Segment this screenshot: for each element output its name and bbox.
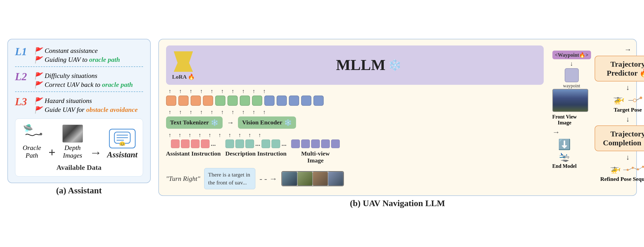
assistant-tokens: ... [171,139,216,148]
vision-encoder-label: Vision Encoder [242,119,282,126]
bv-tok-3 [311,139,320,148]
up-arrow-10: ↑ [263,88,266,95]
target-pose-path-icon [627,95,642,103]
flag-icon-2: 🚩 [34,56,42,64]
all-inputs-row: ... Assistant Instruction ... [166,139,544,164]
l1-text2: Guiding UAV to oracle path [45,56,120,64]
mllm-label-area: MLLM ❄️ [200,56,537,74]
tok-dots-1: ... [211,140,216,148]
up-arrow-b6: ↑ [219,132,221,138]
helipad-icon: 🛬 [559,151,570,162]
mllm-snowflake-icon: ❄️ [388,59,401,71]
token-up-arrows-2: ↑ ↑ ↑ ↑ ↑ ↑ ↑ ↑ ↑ ↑ [166,109,544,115]
l3-row2: 🚩 Guide UAV for obstacle avoidance [34,106,138,114]
examples-row: "Turn Right" There is a target in the fr… [166,168,544,190]
main-container: L1 🚩 Constant assistance 🚩 Guiding UAV t… [7,39,637,208]
teal-tok-5 [271,139,280,148]
pink-tok-4 [201,139,210,148]
teal-tok-4 [261,139,270,148]
traj-predictor-fire: 🔥 [639,69,644,77]
assistant-box: L1 🚩 Constant assistance 🚩 Guiding UAV t… [7,39,151,183]
teal-tok-3 [245,139,254,148]
up-arrow-b4: ↑ [199,132,201,138]
up-arrow-a2: ↑ [179,109,182,115]
lora-area: LoRA 🔥 [172,50,195,80]
up-arrow-3: ↑ [190,88,192,95]
token-orange-1 [166,96,176,106]
l2-highlight: oracle path [102,81,133,88]
front-view-image [552,89,588,112]
up-arrow-2: ↑ [179,88,182,95]
levels-section: L1 🚩 Constant assistance 🚩 Guiding UAV t… [15,45,143,114]
assistant-instruction-group: ... Assistant Instruction [166,139,221,157]
l3-row1: 🚩 Hazard situations [34,97,138,105]
dashed-arrow-icon: - - → [259,174,277,183]
l2-text1: Difficulty situations [45,72,97,80]
assistant-instruction-label: Assistant Instruction [166,150,221,157]
up-arrow-b10: ↑ [258,132,261,138]
trajectory-predictor-box: Trajectory Predictor 🔥 [595,56,644,81]
description-tokens: ... ... [225,139,287,148]
waypoint-down-arrow: ↓ [570,60,573,67]
mllm-box: LoRA 🔥 MLLM ❄️ [166,45,544,85]
middle-token-row [166,96,544,106]
waypoint-token-display: <Waypoint🔥> [552,51,591,59]
text-tokenizer-label: Text Tokenizer [170,119,209,126]
traj-predictor-label: Trajectory Predictor [607,60,644,77]
token-blue-2 [277,96,287,106]
available-data-label: Available Data [56,163,101,172]
up-arrow-a3: ↑ [190,109,192,115]
svg-point-18 [632,167,634,169]
vision-encoder-box: Vision Encoder ❄️ [238,116,296,129]
svg-line-13 [636,98,640,100]
turn-right-text: "Turn Right" [166,175,200,183]
up-arrow-a8: ↑ [242,109,245,115]
end-model-icon: ⬇️ [558,138,571,150]
assistant-bubble-icon [113,132,131,146]
svg-point-1 [40,133,42,135]
mv-img-1 [282,172,297,186]
bv-tok-2 [301,139,310,148]
encoder-row: Text Tokenizer ❄️ → Vision Encoder ❄️ [166,116,544,129]
up-arrow-b9: ↑ [248,132,251,138]
mv-img-2 [297,172,313,186]
level-l2-label: L2 [15,70,30,83]
level-l3-label: L3 [15,96,30,108]
multiview-images-container [281,171,344,186]
up-arrow-a6: ↑ [221,109,224,115]
up-arrow-a5: ↑ [211,109,213,115]
left-panel: L1 🚩 Constant assistance 🚩 Guiding UAV t… [7,39,151,195]
up-arrow-b3: ↑ [189,132,191,138]
description-instruction-group: ... ... Description Instruction [225,139,287,157]
level-group-l3: L3 🚩 Hazard situations 🚩 Guide UAV for o… [15,93,143,114]
up-arrow-b8: ↑ [238,132,241,138]
l2-text2: Correct UAV back to oracle path [45,81,133,89]
svg-point-8 [123,143,124,144]
depth-images-item: Depth Images [61,125,84,159]
up-arrow-6: ↑ [221,88,224,95]
depth-image-preview [62,125,83,143]
token-blue-5 [313,96,324,106]
description-instruction-label: Description Instruction [225,150,287,157]
token-orange-3 [191,96,201,106]
token-up-arrows-3: ↑ ↑ ↑ ↑ ↑ ↑ ↑ ↑ ↑ ↑ [166,132,544,138]
l1-row1: 🚩 Constant assistance [34,47,120,55]
assistant-icon-box [109,129,136,148]
mv-img-4 [328,172,343,186]
up-arrow-4: ↑ [200,88,203,95]
up-arrow-b7: ↑ [228,132,231,138]
vision-snowflake-icon: ❄️ [284,119,292,126]
svg-point-20 [637,168,639,170]
token-blue-1 [264,96,275,106]
description-text: There is a target in the front of uav... [208,171,250,186]
tok-dots-2: ... [255,140,260,148]
left-caption: (a) Assistant [56,186,102,195]
svg-point-14 [640,97,642,99]
l1-text1: Constant assistance [45,47,98,55]
up-arrow-9: ↑ [253,88,255,95]
token-blue-4 [301,96,311,106]
l3-highlight: obstacle avoidance [86,106,138,113]
up-arrow-a1: ↑ [169,109,171,115]
front-to-completion-arrow: → [552,128,560,136]
token-up-arrows: ↑ ↑ ↑ ↑ ↑ ↑ ↑ ↑ ↑ ↑ [166,88,544,95]
